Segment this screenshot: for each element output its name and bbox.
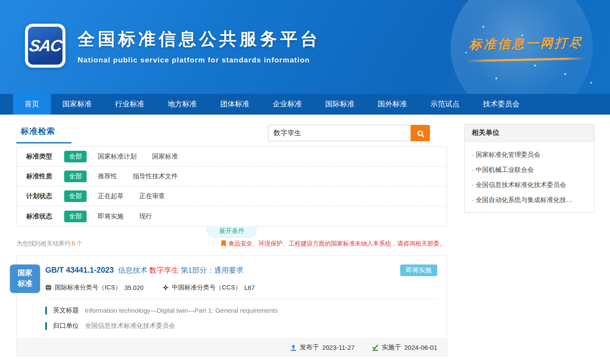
teal-bar xyxy=(45,307,47,314)
sac-logo-inner: SAC xyxy=(28,27,62,65)
filter-row-standard-status: 标准状态 全部 即将实施 现行 xyxy=(17,206,447,226)
national-standard-badge: 国家 标准 xyxy=(10,264,40,293)
status-badge: 即将实施 xyxy=(400,264,437,276)
nav-item-group-standards[interactable]: 团体标准 xyxy=(209,94,261,115)
sidebar-item-cmif[interactable]: 中国机械工业联合会 xyxy=(465,160,594,175)
site-subtitle: National public service platform for sta… xyxy=(78,56,321,65)
sac-logo[interactable]: SAC xyxy=(25,24,65,68)
expand-conditions-button[interactable]: 展开条件 xyxy=(207,226,256,237)
search-section: 标准检索 xyxy=(16,124,447,146)
implemented-date: 2024-06-01 xyxy=(404,344,437,351)
nav-item-national-standards[interactable]: 国家标准 xyxy=(51,94,103,115)
tab-standard-search[interactable]: 标准检索 xyxy=(16,124,72,143)
results-count-prefix: 为您找到相关结果约 xyxy=(16,240,71,247)
badge-line2: 标准 xyxy=(18,279,32,289)
filter-option[interactable]: 推荐性 xyxy=(98,172,117,180)
filter-all-button[interactable]: 全部 xyxy=(64,190,87,202)
notice-text: 食品安全、环境保护、工程建设方面的国家标准未纳入本系统，请咨询相关部委。 xyxy=(228,240,445,248)
implemented-date-item: 实施于 2024-06-01 xyxy=(372,343,437,352)
card-footer: 发布于 2023-11-27 实施于 2024-06-01 xyxy=(17,339,447,356)
filter-label: 标准状态 xyxy=(26,212,64,221)
standard-title-link[interactable]: 信息技术 数字孪生 第1部分：通用要求 xyxy=(118,265,243,275)
search-box xyxy=(268,125,430,141)
search-input[interactable] xyxy=(268,125,411,141)
filter-option[interactable]: 正在审查 xyxy=(139,192,165,200)
standard-code-link[interactable]: GB/T 43441.1-2023 xyxy=(45,266,114,275)
filter-label: 标准性质 xyxy=(26,172,64,180)
nav-item-home[interactable]: 首页 xyxy=(13,94,51,115)
nav-item-pilot[interactable]: 示范试点 xyxy=(419,94,471,115)
filter-panel: 标准类型 全部 国家标准计划 国家标准 标准性质 全部 推荐性 指导性技术文件 … xyxy=(16,146,447,227)
results-summary-row: 为您找到相关结果约6个 食品安全、环境保护、工程建设方面的国家标准未纳入本系统，… xyxy=(16,240,447,248)
related-units-title: 相关单位 xyxy=(465,124,594,142)
sidebar-item-automation[interactable]: 全国自动化系统与集成标准化技… xyxy=(465,190,594,205)
filter-option[interactable]: 现行 xyxy=(139,212,152,221)
filter-all-button[interactable]: 全部 xyxy=(64,171,87,182)
search-button[interactable] xyxy=(411,125,430,141)
published-date-item: 发布于 2023-11-27 xyxy=(290,343,355,352)
bookmark-icon xyxy=(221,240,226,247)
sidebar-item-sac[interactable]: 国家标准化管理委员会 xyxy=(465,145,594,160)
nav-item-enterprise-standards[interactable]: 企业标准 xyxy=(261,94,314,115)
teal-bar xyxy=(45,322,47,330)
ics-value: 35.020 xyxy=(124,284,143,291)
ics-meta: 国际标准分类号（ICS） 35.020 xyxy=(45,283,143,292)
ccs-value: L67 xyxy=(244,284,255,291)
nav-item-international-standards[interactable]: 国际标准 xyxy=(314,94,366,115)
english-title-value: Information technology—Digital twin—Part… xyxy=(85,307,278,314)
sac-logo-text: SAC xyxy=(28,37,62,55)
brand: SAC 全国标准信息公共服务平台 National public service… xyxy=(25,24,321,68)
nav-item-industry-standards[interactable]: 行业标准 xyxy=(103,94,156,115)
ccs-meta: 中国标准分类号（CCS） L67 xyxy=(162,283,255,292)
slogan-text: 标准信息一网打尽 xyxy=(466,34,587,54)
nav-item-local-standards[interactable]: 地方标准 xyxy=(156,94,209,115)
committee-value: 全国信息技术标准化技术委员会 xyxy=(85,322,175,330)
sidebar-item-nits[interactable]: 全国信息技术标准化技术委员会 xyxy=(465,175,594,190)
slogan: 标准信息一网打尽 xyxy=(466,35,586,61)
results-count-text: 为您找到相关结果约6个 xyxy=(16,240,83,248)
search-icon xyxy=(417,131,423,136)
committee-row: 归口单位 全国信息技术标准化技术委员会 xyxy=(45,322,437,330)
ccs-label: 中国标准分类号（CCS） xyxy=(172,283,241,292)
upload-icon xyxy=(290,344,297,351)
filter-option[interactable]: 国家标准 xyxy=(152,152,178,161)
globe-icon xyxy=(45,284,52,291)
filter-option[interactable]: 国家标准计划 xyxy=(98,152,137,161)
filter-row-plan-status: 计划状态 全部 正在起草 正在审查 xyxy=(17,187,447,206)
content: 标准检索 标准类型 全部 国家标准计划 国家标准 标准性质 全部 推荐性 xyxy=(0,115,610,356)
nav-item-technical-committee[interactable]: 技术委员会 xyxy=(471,94,531,115)
committee-label: 归口单位 xyxy=(53,322,79,330)
system-notice: 食品安全、环境保护、工程建设方面的国家标准未纳入本系统，请咨询相关部委。 xyxy=(221,240,445,248)
result-card: 国家 标准 GB/T 43441.1-2023 信息技术 数字孪生 第1部分：通… xyxy=(16,255,447,356)
check-icon xyxy=(372,344,379,351)
implemented-label: 实施于 xyxy=(382,343,401,352)
related-units-panel: 相关单位 国家标准化管理委员会 中国机械工业联合会 全国信息技术标准化技术委员会… xyxy=(464,124,594,213)
filter-option[interactable]: 指导性技术文件 xyxy=(133,172,178,180)
published-label: 发布于 xyxy=(300,343,319,352)
expand-wrap: 展开条件 xyxy=(16,226,447,237)
filter-all-button[interactable]: 全部 xyxy=(64,211,87,222)
main-column: 标准检索 标准类型 全部 国家标准计划 国家标准 标准性质 全部 推荐性 xyxy=(16,124,447,356)
results-count-suffix: 个 xyxy=(77,240,83,247)
published-date: 2023-11-27 xyxy=(322,344,355,351)
title-part1: 信息技术 xyxy=(118,266,149,274)
title-highlight: 数字孪生 xyxy=(149,266,179,274)
brand-text: 全国标准信息公共服务平台 National public service pla… xyxy=(78,27,321,65)
related-units-list: 国家标准化管理委员会 中国机械工业联合会 全国信息技术标准化技术委员会 全国自动… xyxy=(465,142,594,212)
site-header: SAC 全国标准信息公共服务平台 National public service… xyxy=(0,0,610,94)
filter-row-standard-type: 标准类型 全部 国家标准计划 国家标准 xyxy=(17,147,447,167)
ics-label: 国际标准分类号（ICS） xyxy=(55,283,121,292)
search-tab-label: 标准检索 xyxy=(16,124,60,142)
english-title-label: 英文标题 xyxy=(53,306,79,314)
filter-option[interactable]: 即将实施 xyxy=(98,212,124,221)
filter-option[interactable]: 正在起草 xyxy=(98,192,124,200)
filter-label: 计划状态 xyxy=(26,192,64,200)
card-title-row: GB/T 43441.1-2023 信息技术 数字孪生 第1部分：通用要求 即将… xyxy=(45,264,437,276)
compass-icon xyxy=(162,284,169,291)
title-part2: 第1部分：通用要求 xyxy=(179,266,243,274)
nav-item-foreign-standards[interactable]: 国外标准 xyxy=(366,94,419,115)
filter-label: 标准类型 xyxy=(26,152,64,161)
filter-all-button[interactable]: 全部 xyxy=(64,151,87,162)
card-body: GB/T 43441.1-2023 信息技术 数字孪生 第1部分：通用要求 即将… xyxy=(17,256,447,332)
card-meta-row: 国际标准分类号（ICS） 35.020 中国标准分类号（CCS） L67 xyxy=(45,283,437,299)
